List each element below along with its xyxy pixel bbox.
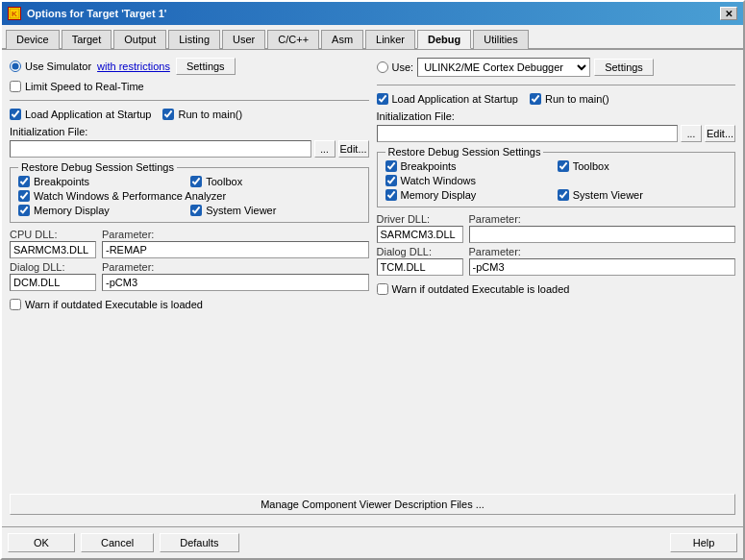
simulator-label: Use Simulator <box>25 61 91 72</box>
driver-param-input[interactable] <box>469 226 736 243</box>
toolbox-checkbox-right[interactable] <box>558 160 569 172</box>
load-app-checkbox[interactable] <box>10 109 21 120</box>
cpu-param-input[interactable] <box>102 241 369 258</box>
memory-display-checkbox-left[interactable] <box>18 205 30 216</box>
close-button[interactable]: ✕ <box>720 7 737 20</box>
load-app-label: Load Application at Startup <box>25 109 151 120</box>
cpu-dll-row: CPU DLL: Parameter: <box>10 229 369 258</box>
memory-display-label-left: Memory Display <box>34 205 110 216</box>
run-to-main-checkbox-right[interactable] <box>530 93 541 105</box>
driver-dll-input[interactable] <box>377 226 463 243</box>
tab-user[interactable]: User <box>222 30 265 49</box>
warn-label-right: Warn if outdated Executable is loaded <box>392 283 570 295</box>
tab-output[interactable]: Output <box>113 30 166 49</box>
init-file-edit-button[interactable]: Edit... <box>338 140 369 158</box>
dialog-param-input-left[interactable] <box>102 274 369 291</box>
restore-group-title-left: Restore Debug Session Settings <box>18 161 177 173</box>
tab-utilities[interactable]: Utilities <box>473 30 528 49</box>
simulator-settings-button[interactable]: Settings <box>176 58 236 75</box>
breakpoints-row-right: Breakpoints <box>385 160 555 172</box>
restore-group-content-left: Breakpoints Toolbox Watch Windows & Perf… <box>18 176 360 216</box>
memory-display-row-left: Memory Display <box>18 205 187 216</box>
run-to-main-row: Run to main() <box>162 109 242 120</box>
toolbox-row-left: Toolbox <box>190 176 360 187</box>
toolbox-checkbox-left[interactable] <box>190 176 202 187</box>
bottom-bar: OK Cancel Defaults Help <box>2 526 743 558</box>
breakpoints-checkbox-left[interactable] <box>18 176 30 187</box>
with-restrictions-link[interactable]: with restrictions <box>97 61 170 72</box>
dialog-dll-input-left[interactable] <box>10 274 96 291</box>
dll-section-right: Driver DLL: Parameter: Dialog DLL: <box>377 213 736 276</box>
dialog-dll-row-left: Dialog DLL: Parameter: <box>10 261 369 291</box>
manage-component-viewer-button[interactable]: Manage Component Viewer Description File… <box>10 494 735 515</box>
init-file-label-right: Initialization File: <box>377 110 736 122</box>
main-content: Use Simulator with restrictions Settings… <box>2 50 743 526</box>
driver-dll-row: Driver DLL: Parameter: <box>377 213 736 243</box>
init-file-browse-button[interactable]: ... <box>314 140 335 158</box>
warn-checkbox-right[interactable] <box>377 283 388 295</box>
svg-text:K: K <box>12 10 17 18</box>
limit-speed-checkbox[interactable] <box>10 81 21 92</box>
tab-target[interactable]: Target <box>62 30 112 49</box>
watch-windows-label-left: Watch Windows & Performance Analyzer <box>34 190 226 202</box>
init-file-label: Initialization File: <box>10 126 369 137</box>
dialog-dll-input-right[interactable] <box>377 258 463 276</box>
dialog-dll-label-right: Dialog DLL: <box>377 246 463 257</box>
ok-button[interactable]: OK <box>8 533 75 552</box>
help-button[interactable]: Help <box>670 533 737 552</box>
init-file-input-right[interactable] <box>377 125 679 142</box>
use-label: Use: <box>392 61 414 73</box>
simulator-radio[interactable] <box>10 61 21 72</box>
init-file-input[interactable] <box>10 140 311 158</box>
tab-cpp[interactable]: C/C++ <box>267 30 319 49</box>
cpu-param-section: Parameter: <box>102 229 369 258</box>
tabs-bar: Device Target Output Listing User C/C++ … <box>2 25 743 50</box>
tab-debug[interactable]: Debug <box>417 30 471 49</box>
defaults-button[interactable]: Defaults <box>160 533 238 552</box>
system-viewer-checkbox-right[interactable] <box>558 189 569 201</box>
cancel-button[interactable]: Cancel <box>81 533 154 552</box>
system-viewer-checkbox-left[interactable] <box>190 205 202 216</box>
warn-checkbox-left[interactable] <box>10 299 21 310</box>
tab-linker[interactable]: Linker <box>365 30 415 49</box>
init-file-edit-button-right[interactable]: Edit... <box>705 125 735 142</box>
dialog-dll-section-left: Dialog DLL: <box>10 261 96 291</box>
tab-asm[interactable]: Asm <box>321 30 363 49</box>
watch-windows-checkbox-left[interactable] <box>18 190 30 202</box>
restore-group-content-right: Breakpoints Toolbox Watch Windows <box>385 160 728 201</box>
tab-listing[interactable]: Listing <box>168 30 220 49</box>
cpu-dll-label: CPU DLL: <box>10 229 96 240</box>
toolbox-label-right: Toolbox <box>573 160 609 172</box>
watch-windows-checkbox-right[interactable] <box>385 175 397 186</box>
init-file-browse-button-right[interactable]: ... <box>681 125 702 142</box>
run-to-main-label: Run to main() <box>178 109 242 120</box>
dialog-param-label-left: Parameter: <box>102 261 369 273</box>
main-window: K Options for Target 'Target 1' ✕ Device… <box>0 0 745 560</box>
cpu-dll-input[interactable] <box>10 241 96 258</box>
warn-row-right: Warn if outdated Executable is loaded <box>377 283 736 295</box>
dialog-param-input-right[interactable] <box>469 258 736 276</box>
load-app-checkbox-right[interactable] <box>377 93 388 105</box>
dll-section-left: CPU DLL: Parameter: Dialog DLL: <box>10 229 369 291</box>
run-to-main-checkbox[interactable] <box>162 109 174 120</box>
use-radio[interactable] <box>377 61 388 73</box>
watch-windows-label-right: Watch Windows <box>401 175 476 186</box>
breakpoints-checkbox-right[interactable] <box>385 160 397 172</box>
cpu-dll-section: CPU DLL: <box>10 229 96 258</box>
warn-row-left: Warn if outdated Executable is loaded <box>10 299 369 310</box>
memory-display-checkbox-right[interactable] <box>385 189 397 201</box>
left-column: Use Simulator with restrictions Settings… <box>10 58 369 484</box>
load-app-label-right: Load Application at Startup <box>392 93 518 105</box>
toolbox-row-right: Toolbox <box>558 160 727 172</box>
restore-checkboxes-row2-right: Memory Display System Viewer <box>385 189 728 201</box>
dialog-dll-row-right: Dialog DLL: Parameter: <box>377 246 736 276</box>
init-file-section: Initialization File: ... Edit... <box>10 126 369 158</box>
warn-label-left: Warn if outdated Executable is loaded <box>25 299 203 310</box>
right-column: Use: ULINK2/ME Cortex Debugger Settings … <box>377 58 736 484</box>
system-viewer-row-right: System Viewer <box>558 189 727 201</box>
restore-checkboxes-right: Breakpoints Toolbox <box>385 160 728 172</box>
use-settings-button[interactable]: Settings <box>594 59 654 76</box>
init-file-input-row: ... Edit... <box>10 140 369 158</box>
use-select[interactable]: ULINK2/ME Cortex Debugger <box>417 58 590 77</box>
tab-device[interactable]: Device <box>6 30 60 49</box>
